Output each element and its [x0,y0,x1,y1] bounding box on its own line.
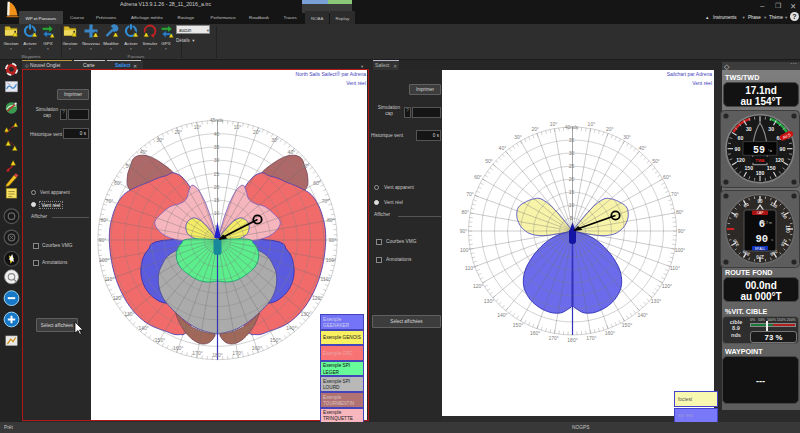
svg-text:140°: 140° [138,325,148,331]
svg-text:70°: 70° [671,191,679,197]
svg-text:20°: 20° [606,126,614,132]
svg-text:25: 25 [214,171,220,177]
svg-text:100°: 100° [326,257,336,263]
svg-text:60°: 60° [114,180,122,186]
svg-text:40°: 40° [140,149,148,155]
svg-text:90: 90 [755,233,768,245]
svg-text:30°: 30° [623,134,631,140]
svg-text:30: 30 [746,126,752,132]
svg-text:110°: 110° [465,265,475,271]
svg-text:30°: 30° [156,137,164,143]
svg-text:30°: 30° [514,134,522,140]
svg-text:150°: 150° [270,337,280,343]
svg-text:80°: 80° [100,217,108,223]
svg-text:10°: 10° [550,121,558,127]
svg-text:10: 10 [214,210,220,216]
svg-text:140°: 140° [497,312,507,318]
svg-text:°◂: °◂ [768,148,772,153]
svg-text:40°: 40° [288,149,296,155]
svg-text:50°: 50° [126,163,134,169]
svg-text:25: 25 [569,163,575,169]
svg-text:100°: 100° [99,257,109,263]
svg-text:40°: 40° [499,145,507,151]
svg-text:60°: 60° [663,174,671,180]
svg-text:160°: 160° [605,330,615,336]
svg-text:160°: 160° [173,345,183,351]
svg-text:150°: 150° [155,337,165,343]
svg-text:15: 15 [569,189,575,195]
svg-text:5: 5 [570,215,573,221]
svg-text:s: s [771,238,773,242]
svg-text:70°: 70° [322,198,330,204]
svg-text:20°: 20° [253,129,261,135]
svg-text:CAP: CAP [757,211,764,215]
svg-text:270: 270 [756,254,764,259]
svg-text:170°: 170° [232,350,242,356]
svg-text:80°: 80° [461,209,469,215]
svg-text:80°: 80° [676,209,684,215]
svg-text:20: 20 [214,184,220,190]
svg-text:170°: 170° [192,350,202,356]
svg-text:140°: 140° [637,312,647,318]
svg-text:20°: 20° [531,126,539,132]
svg-text:30: 30 [214,157,220,163]
svg-text:70°: 70° [106,198,114,204]
svg-text:120°: 120° [312,295,322,301]
svg-text:TWA: TWA [755,158,764,163]
svg-text:50°: 50° [652,158,660,164]
svg-text:120°: 120° [113,295,123,301]
svg-text:80°: 80° [327,217,335,223]
svg-text:130°: 130° [300,311,310,317]
svg-text:60°: 60° [474,174,482,180]
svg-text:180: 180 [756,170,765,176]
svg-text:10°: 10° [588,121,596,127]
svg-text:10°: 10° [194,124,202,130]
svg-text:160°: 160° [530,330,540,336]
svg-text:130°: 130° [484,298,494,304]
svg-text:120°: 120° [473,283,483,289]
svg-text:170°: 170° [548,335,558,341]
svg-text:180°: 180° [567,337,577,343]
svg-text:40nds: 40nds [565,124,579,130]
svg-text:180: 180 [785,225,790,233]
svg-text:150°: 150° [513,322,523,328]
svg-text:50°: 50° [485,158,493,164]
svg-text:100°: 100° [675,247,685,253]
svg-text:60°: 60° [313,180,321,186]
svg-text:160°: 160° [252,345,262,351]
svg-text:180°: 180° [212,352,222,358]
svg-text:150°: 150° [622,322,632,328]
svg-text:40°: 40° [639,145,647,151]
svg-text:90: 90 [757,199,763,204]
svg-text:50°: 50° [302,163,310,169]
svg-text:20: 20 [569,176,575,182]
svg-text:30: 30 [768,126,774,132]
svg-text:4.7 m: 4.7 m [763,221,772,225]
svg-text:90°: 90° [329,237,337,243]
svg-text:30: 30 [569,150,575,156]
svg-text:120: 120 [775,157,784,163]
svg-text:110°: 110° [321,276,331,282]
svg-text:59: 59 [753,145,765,156]
svg-text:130°: 130° [651,298,661,304]
svg-text:35: 35 [214,144,220,150]
svg-text:100°: 100° [460,247,470,253]
svg-text:15: 15 [214,197,220,203]
svg-text:70°: 70° [466,191,474,197]
svg-text:130°: 130° [124,311,134,317]
svg-text:90: 90 [780,146,786,152]
svg-text:120°: 120° [662,283,672,289]
svg-text:140°: 140° [286,325,296,331]
svg-text:30°: 30° [271,137,279,143]
svg-text:110°: 110° [670,265,680,271]
svg-text:60: 60 [738,135,744,141]
svg-text:120: 120 [736,157,745,163]
svg-text:SP.ALL: SP.ALL [755,247,766,251]
svg-text:10: 10 [569,202,575,208]
svg-text:90°: 90° [99,237,107,243]
svg-text:150: 150 [744,165,753,171]
svg-text:40: 40 [214,131,220,137]
svg-text:90°: 90° [460,228,468,234]
svg-text:150: 150 [767,165,776,171]
svg-text:35: 35 [569,137,575,143]
